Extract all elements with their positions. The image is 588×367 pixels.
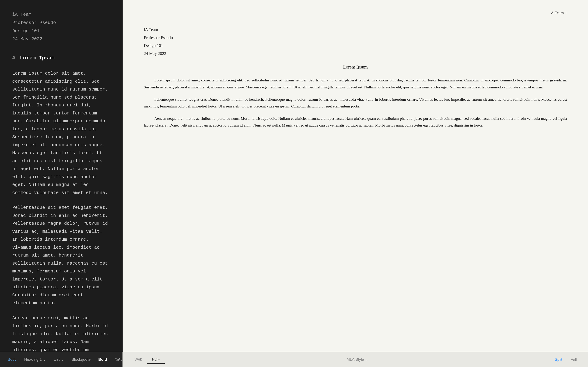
toolbar-italic[interactable]: Italic: [111, 355, 122, 364]
metadata-date: 24 May 2022: [12, 35, 110, 43]
preview-meta-subject: Design 101: [144, 42, 567, 50]
heading-text: Lorem Ipsum: [20, 55, 55, 61]
preview-tab-pdf[interactable]: PDF: [147, 355, 165, 364]
editor-paragraph-2: Pellentesque sit amet feugiat erat. Done…: [12, 204, 110, 307]
editor-paragraph-3: Aenean neque orci, mattis ac finibus id,…: [12, 314, 110, 352]
editor-paragraph-1: Lorem ipsum dolor sit amet, consectetur …: [12, 70, 110, 197]
preview-meta-date: 24 May 2022: [144, 50, 567, 58]
preview-title: Lorem Ipsum: [144, 65, 567, 70]
toolbar-body[interactable]: Body: [4, 355, 20, 364]
preview-meta: iA Team Professor Pseudo Design 101 24 M…: [144, 26, 567, 58]
preview-meta-team: iA Team: [144, 26, 567, 34]
toolbar-heading1[interactable]: Heading 1 ⌄: [21, 355, 49, 364]
preview-bar-right: Split Full: [551, 355, 581, 364]
metadata: iA Team Professor Pseudo Design 101 24 M…: [12, 10, 110, 43]
preview-header-right: iA Team 1: [144, 10, 567, 15]
editor-panel[interactable]: iA Team Professor Pseudo Design 101 24 M…: [0, 0, 122, 352]
main-area: iA Team Professor Pseudo Design 101 24 M…: [0, 0, 588, 352]
metadata-subject: Design 101: [12, 27, 110, 35]
heading-hash: #: [12, 55, 15, 61]
preview-tab-full[interactable]: Full: [566, 355, 581, 364]
toolbar-blockquote[interactable]: Blockquote: [68, 355, 94, 364]
preview-tab-split[interactable]: Split: [551, 355, 566, 364]
preview-paragraph-3: Aenean neque orci, mattis ac finibus id,…: [144, 115, 567, 129]
bottom-preview-bar: Web PDF MLA Style ⌄ Split Full: [122, 352, 588, 367]
bottom-editor-bar: Body Heading 1 ⌄ List ⌄ Blockquote Bold …: [0, 352, 122, 367]
preview-meta-author: Professor Pseudo: [144, 34, 567, 42]
toolbar-bold[interactable]: Bold: [95, 355, 110, 364]
toolbar-list[interactable]: List ⌄: [50, 355, 67, 364]
preview-bar-left: Web PDF: [130, 355, 165, 364]
metadata-author: Professor Pseudo: [12, 19, 110, 27]
preview-body: Lorem ipsum dolor sit amet, consectetur …: [144, 77, 567, 129]
preview-tab-web[interactable]: Web: [130, 355, 147, 364]
preview-paragraph-1: Lorem ipsum dolor sit amet, consectetur …: [144, 77, 567, 91]
app-container: iA Team Professor Pseudo Design 101 24 M…: [0, 0, 588, 367]
editor-body[interactable]: Lorem ipsum dolor sit amet, consectetur …: [12, 70, 110, 352]
style-label: MLA Style: [347, 357, 364, 362]
bottom-bar-container: Body Heading 1 ⌄ List ⌄ Blockquote Bold …: [0, 352, 588, 367]
preview-panel[interactable]: iA Team 1 iA Team Professor Pseudo Desig…: [123, 0, 588, 352]
metadata-team: iA Team: [12, 10, 110, 19]
preview-paragraph-2: Pellentesque sit amet feugiat erat. Done…: [144, 96, 567, 110]
preview-bar-style[interactable]: MLA Style ⌄: [347, 357, 369, 362]
text-cursor: [89, 347, 89, 352]
editor-heading: # Lorem Ipsum: [12, 54, 110, 63]
style-chevron-icon: ⌄: [365, 357, 369, 362]
